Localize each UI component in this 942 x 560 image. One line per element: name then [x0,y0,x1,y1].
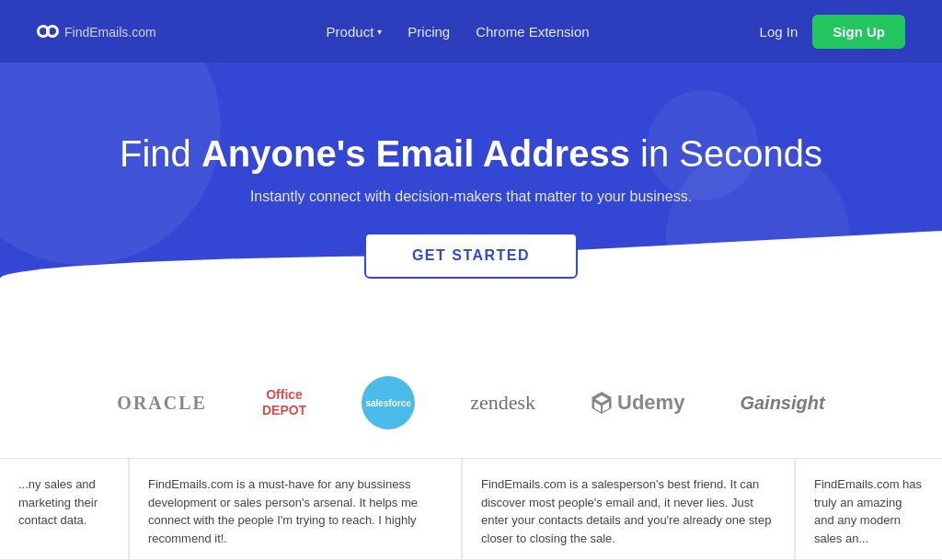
testimonial-text-1: FindEmails.com is a must-have for any bu… [148,475,442,547]
nav-product[interactable]: Product ▾ [327,24,383,40]
nav-pricing[interactable]: Pricing [408,24,450,40]
logo-text: FindEmails.com [64,22,156,41]
chevron-down-icon: ▾ [377,27,382,37]
testimonials-section: ...ny sales and marketing their contact … [0,458,942,560]
udemy-logo-icon [591,392,613,414]
signup-button[interactable]: Sign Up [812,15,905,49]
hero-subtitle: Instantly connect with decision-makers t… [120,189,822,205]
testimonial-card-1: FindEmails.com is a must-have for any bu… [129,458,462,560]
hero-content: Find Anyone's Email Address in Seconds I… [101,131,841,279]
navbar: FindEmails.com Product ▾ Pricing Chrome … [0,0,942,63]
logo-oracle: ORACLE [117,393,207,414]
nav-links: Product ▾ Pricing Chrome Extension [327,24,590,40]
testimonial-card-2: FindEmails.com is a salesperson's best f… [462,458,795,560]
logo-zendesk: zendesk [470,391,535,415]
testimonial-card-partial-right: FindEmails.com has truly an amazing and … [795,458,942,560]
logo-icon [37,25,59,38]
hero-title: Find Anyone's Email Address in Seconds [120,131,822,176]
testimonial-text-0: ...ny sales and marketing their contact … [18,475,109,530]
logos-section: ORACLE Office DEPOT salesforce zendesk U… [0,348,942,458]
logo-office-depot: Office DEPOT [262,387,306,418]
nav-actions: Log In Sign Up [760,15,905,49]
testimonial-text-2: FindEmails.com is a salesperson's best f… [481,475,775,547]
testimonial-card-partial-left: ...ny sales and marketing their contact … [0,458,129,560]
logo-ring-2 [46,25,59,38]
hero-section: Find Anyone's Email Address in Seconds I… [0,63,942,348]
nav-chrome-extension[interactable]: Chrome Extension [476,24,589,40]
testimonial-text-3: FindEmails.com has truly an amazing and … [814,475,924,547]
logo[interactable]: FindEmails.com [37,22,156,41]
logo-salesforce: salesforce [362,376,415,429]
login-button[interactable]: Log In [760,24,798,40]
logo-gainsight: Gainsight [740,393,824,414]
cta-button[interactable]: GET STARTED [364,233,578,279]
logo-udemy: Udemy [591,391,684,415]
